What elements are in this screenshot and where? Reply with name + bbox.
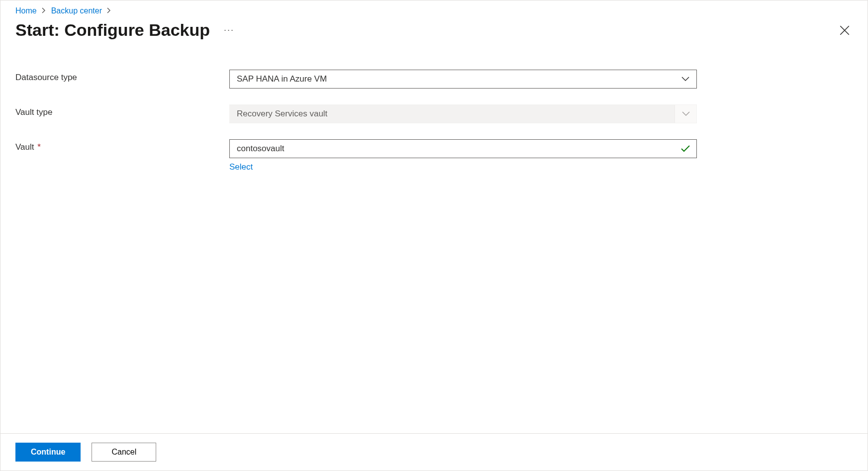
- chevron-down-icon: [675, 105, 696, 123]
- breadcrumb-backup-center-link[interactable]: Backup center: [51, 6, 102, 15]
- continue-button[interactable]: Continue: [15, 443, 81, 462]
- vault-control: contosovault Select: [229, 139, 697, 172]
- vault-type-value: Recovery Services vault: [237, 109, 327, 119]
- form-row-vault: Vault * contosovault Select: [15, 139, 853, 172]
- cancel-button[interactable]: Cancel: [92, 443, 156, 462]
- more-actions-icon[interactable]: ···: [222, 25, 236, 35]
- chevron-right-icon: [42, 7, 46, 15]
- page-container: Home Backup center Start: Configure Back…: [0, 0, 868, 471]
- form-row-vault-type: Vault type Recovery Services vault: [15, 104, 853, 123]
- datasource-type-label: Datasource type: [15, 70, 229, 83]
- breadcrumb-home-link[interactable]: Home: [15, 6, 37, 15]
- form-row-datasource-type: Datasource type SAP HANA in Azure VM: [15, 70, 853, 89]
- vault-label-wrap: Vault *: [15, 139, 229, 152]
- form-area: Datasource type SAP HANA in Azure VM Vau…: [0, 60, 868, 433]
- title-row: Start: Configure Backup ···: [0, 15, 868, 60]
- vault-type-dropdown: Recovery Services vault: [229, 104, 697, 123]
- title-left: Start: Configure Backup ···: [15, 20, 236, 40]
- page-title: Start: Configure Backup: [15, 20, 210, 40]
- required-indicator: *: [37, 142, 41, 152]
- chevron-down-icon: [675, 70, 696, 88]
- vault-type-control: Recovery Services vault: [229, 104, 697, 123]
- datasource-type-value: SAP HANA in Azure VM: [237, 74, 327, 84]
- footer-bar: Continue Cancel: [0, 433, 868, 471]
- datasource-type-control: SAP HANA in Azure VM: [229, 70, 697, 89]
- datasource-type-dropdown[interactable]: SAP HANA in Azure VM: [229, 70, 697, 89]
- vault-value: contosovault: [237, 144, 284, 154]
- vault-select-link[interactable]: Select: [229, 162, 253, 172]
- close-button[interactable]: [837, 22, 853, 38]
- breadcrumb: Home Backup center: [0, 0, 868, 15]
- close-icon: [840, 25, 850, 35]
- vault-input[interactable]: contosovault: [229, 139, 697, 158]
- vault-label: Vault: [15, 142, 34, 152]
- checkmark-icon: [680, 145, 690, 153]
- vault-type-label: Vault type: [15, 104, 229, 117]
- chevron-right-icon: [107, 7, 111, 15]
